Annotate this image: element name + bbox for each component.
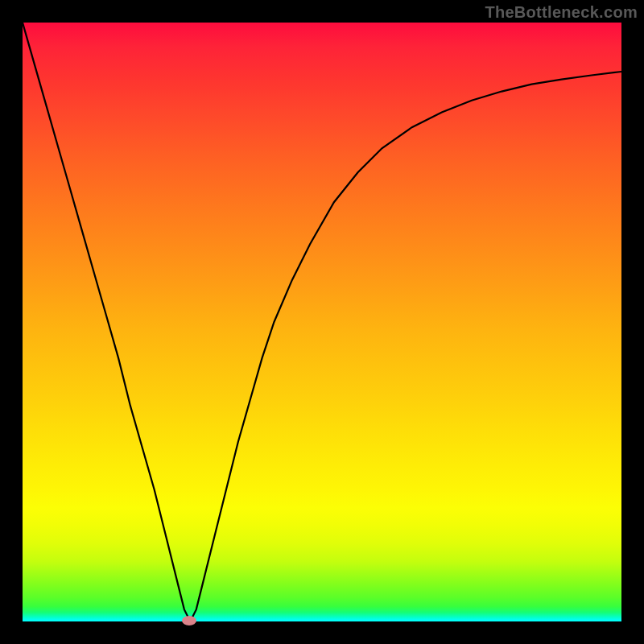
bottleneck-curve: [23, 23, 621, 621]
plot-area: [23, 23, 621, 621]
minimum-marker: [182, 616, 196, 625]
chart-container: TheBottleneck.com: [0, 0, 644, 644]
watermark-label: TheBottleneck.com: [485, 3, 638, 22]
curve-svg: [23, 23, 621, 621]
